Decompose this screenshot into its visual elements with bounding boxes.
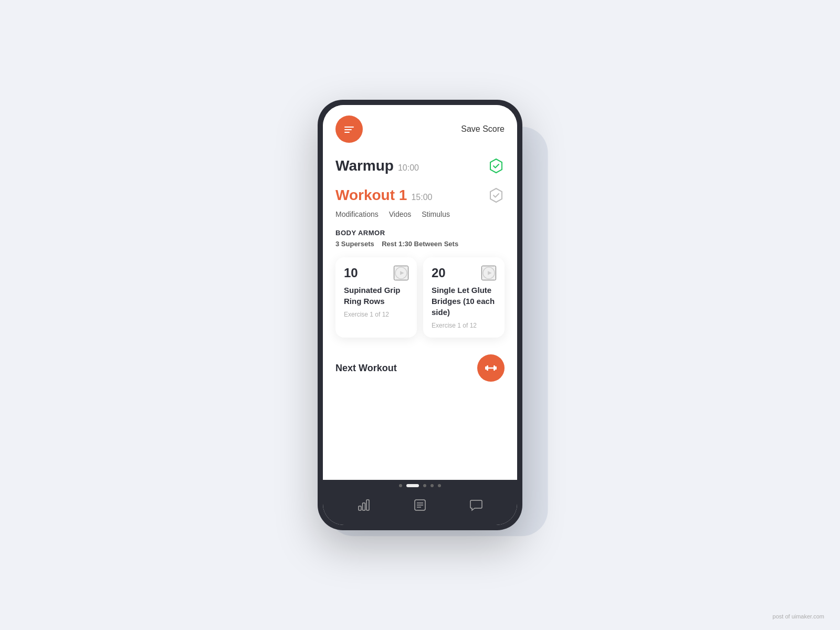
nav-chart-button[interactable] (354, 496, 373, 514)
stimulus-link[interactable]: Stimulus (422, 210, 450, 218)
videos-link[interactable]: Videos (389, 210, 412, 218)
card-reps-1: 10 (344, 266, 358, 280)
modifications-link[interactable]: Modifications (335, 210, 379, 218)
workout-section: Workout 1 15:00 Modifi (335, 187, 505, 386)
svg-marker-6 (488, 271, 491, 275)
nav-list-button[interactable] (411, 496, 429, 514)
sets-info: 3 Supersets (335, 240, 374, 248)
exercise-name-1: Supinated Grip Ring Rows (344, 285, 408, 307)
phone-frame: Save Score Warmup 10:00 (318, 100, 522, 530)
app-header: Save Score (335, 116, 505, 143)
page-wrapper: Save Score Warmup 10:00 (0, 0, 840, 630)
phone-nav (323, 491, 517, 523)
card-top-1: 10 (344, 266, 408, 280)
next-workout-button[interactable] (477, 354, 505, 382)
workout-label: Workout 1 (335, 187, 407, 204)
nav-chat-button[interactable] (467, 496, 486, 514)
warmup-time: 10:00 (398, 163, 419, 173)
card-top-2: 20 (432, 266, 496, 280)
section-title: BODY ARMOR (335, 229, 505, 237)
dot-4 (430, 484, 434, 487)
workout-links: Modifications Videos Stimulus (335, 210, 505, 218)
section-subtitle: 3 Supersets Rest 1:30 Between Sets (335, 240, 505, 248)
svg-rect-14 (366, 500, 369, 510)
app-content: Save Score Warmup 10:00 (323, 105, 517, 480)
phone-bottom (323, 480, 517, 525)
exercise-card-2: 20 Single Let Glute Bridges (10 each sid… (423, 257, 505, 338)
exercise-card-1: 10 Supinated Grip Ring Rows Exercise 1 o… (335, 257, 417, 338)
exercise-name-2: Single Let Glute Bridges (10 each side) (432, 285, 496, 318)
exercise-num-2: Exercise 1 of 12 (432, 322, 496, 329)
dot-3 (423, 484, 426, 487)
workout-time: 15:00 (411, 193, 432, 202)
next-workout-label: Next Workout (335, 363, 397, 374)
workout-title: Workout 1 15:00 (335, 187, 432, 204)
workout-header: Workout 1 15:00 (335, 187, 505, 204)
warmup-title: Warmup 10:00 (335, 158, 419, 174)
dot-5 (438, 484, 441, 487)
warmup-label: Warmup (335, 158, 394, 174)
next-workout-bar: Next Workout (335, 350, 505, 386)
exercise-num-1: Exercise 1 of 12 (344, 311, 408, 318)
rest-info: Rest 1:30 Between Sets (382, 240, 458, 248)
play-button-1[interactable] (394, 266, 408, 280)
menu-button[interactable] (335, 116, 363, 143)
svg-rect-13 (362, 503, 365, 510)
warmup-complete-icon[interactable] (488, 158, 505, 174)
dot-1 (399, 484, 402, 487)
svg-rect-12 (359, 506, 361, 510)
card-reps-2: 20 (432, 266, 446, 280)
workout-complete-icon[interactable] (488, 187, 505, 204)
watermark: post of uimaker.com (773, 613, 824, 620)
dot-2-active (406, 484, 419, 487)
phone-dots (399, 484, 441, 487)
svg-marker-4 (400, 271, 404, 275)
save-score-button[interactable]: Save Score (461, 122, 505, 136)
exercise-cards: 10 Supinated Grip Ring Rows Exercise 1 o… (335, 257, 505, 338)
phone-screen: Save Score Warmup 10:00 (323, 105, 517, 525)
warmup-section: Warmup 10:00 (335, 158, 505, 174)
play-button-2[interactable] (481, 266, 496, 280)
